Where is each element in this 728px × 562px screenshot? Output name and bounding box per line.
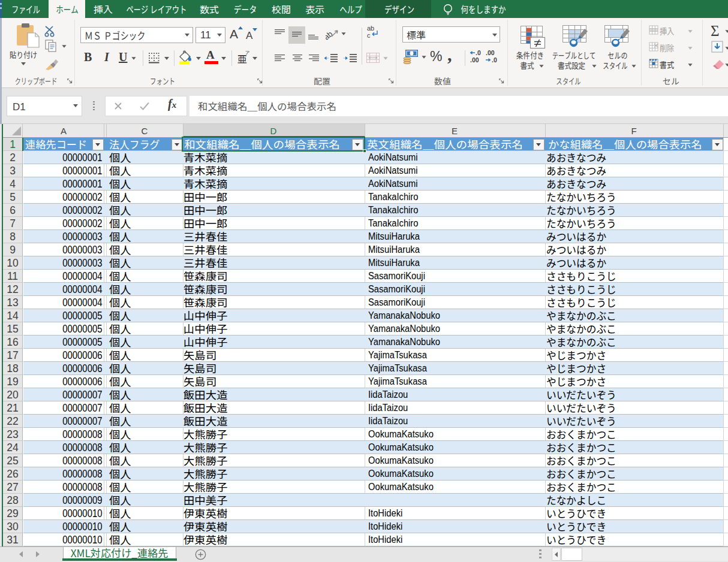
svg-text:c: c <box>367 32 371 38</box>
svg-text:.00: .00 <box>470 56 479 64</box>
svg-text:.00: .00 <box>486 50 495 56</box>
svg-text:ab: ab <box>367 25 374 32</box>
svg-text:.0: .0 <box>476 50 481 56</box>
svg-text:.0: .0 <box>492 56 497 64</box>
